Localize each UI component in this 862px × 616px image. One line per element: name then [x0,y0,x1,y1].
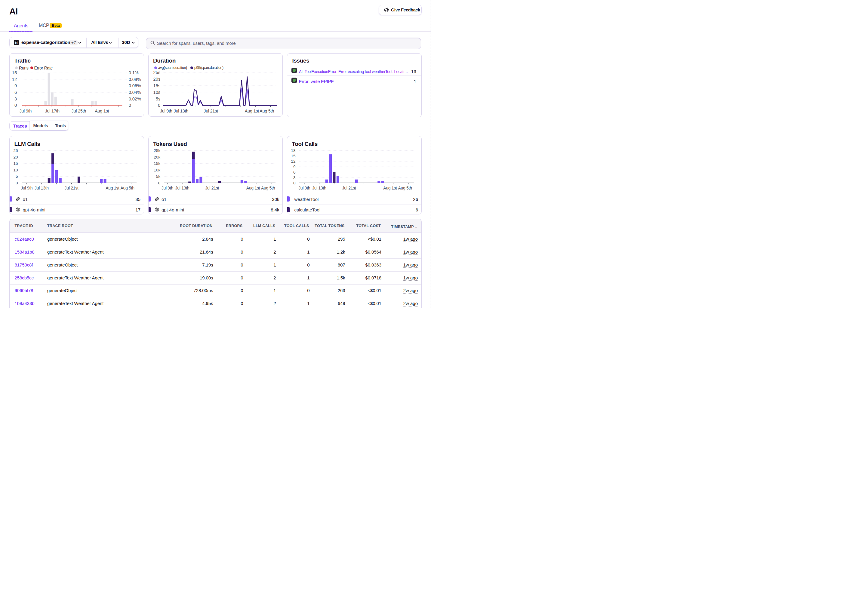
svg-text:0: 0 [129,103,131,108]
svg-text:Jul 13th: Jul 13th [312,185,327,190]
svg-text:Jul 21st: Jul 21st [204,108,218,113]
svg-text:0.1%: 0.1% [129,71,139,75]
svg-text:12: 12 [291,159,295,163]
svg-text:0: 0 [158,103,160,108]
svg-text:0.04%: 0.04% [129,90,141,95]
svg-text:Aug 5th: Aug 5th [120,185,134,190]
svg-text:Jul 9th: Jul 9th [19,108,31,113]
svg-text:0.02%: 0.02% [129,97,141,101]
svg-text:10s: 10s [153,90,160,95]
svg-text:15: 15 [12,71,17,75]
svg-text:Jul 13th: Jul 13th [175,185,189,190]
svg-text:6: 6 [293,170,296,174]
svg-text:20s: 20s [153,77,160,82]
svg-text:Jul 17th: Jul 17th [45,108,60,113]
svg-text:Aug 1st: Aug 1st [246,185,260,190]
svg-text:9: 9 [14,83,17,88]
svg-text:15s: 15s [153,83,160,88]
svg-text:Aug 1st: Aug 1st [105,185,119,190]
svg-text:Jul 9th: Jul 9th [21,185,33,190]
svg-text:10: 10 [13,168,18,172]
svg-text:5: 5 [16,174,18,179]
svg-text:Aug 5th: Aug 5th [259,108,274,113]
svg-text:Jul 9th: Jul 9th [298,185,310,190]
svg-text:0.06%: 0.06% [129,83,141,88]
svg-text:Jul 13th: Jul 13th [35,185,49,190]
svg-text:3: 3 [293,175,296,180]
svg-text:Aug 1st: Aug 1st [95,108,109,113]
svg-text:0.08%: 0.08% [129,77,141,82]
svg-text:Jul 21st: Jul 21st [65,185,79,190]
svg-text:Jul 9th: Jul 9th [160,108,172,113]
svg-text:Aug 1st: Aug 1st [245,108,259,113]
svg-text:Jul 13th: Jul 13th [174,108,188,113]
svg-text:Jul 21st: Jul 21st [205,185,219,190]
svg-text:6: 6 [14,90,17,95]
svg-text:5s: 5s [155,97,160,101]
svg-text:15: 15 [13,161,18,166]
svg-text:3: 3 [14,97,17,101]
svg-text:20: 20 [13,155,18,159]
svg-text:25: 25 [13,148,18,153]
svg-text:0: 0 [293,181,296,185]
svg-text:20k: 20k [154,155,160,159]
svg-text:0: 0 [158,181,160,185]
svg-text:0: 0 [14,103,17,108]
svg-text:Jul 25th: Jul 25th [72,108,86,113]
svg-text:18: 18 [291,148,295,153]
svg-text:25s: 25s [153,70,160,75]
svg-text:15: 15 [291,154,295,158]
svg-text:Aug 5th: Aug 5th [261,185,275,190]
svg-text:10k: 10k [154,168,160,172]
svg-text:5k: 5k [156,174,160,179]
svg-text:25k: 25k [154,148,160,153]
svg-text:Jul 9th: Jul 9th [161,185,173,190]
svg-text:0: 0 [16,181,18,185]
svg-text:Aug 5th: Aug 5th [398,185,412,190]
svg-text:12: 12 [12,77,17,82]
svg-text:15k: 15k [154,161,160,166]
svg-text:9: 9 [293,165,296,169]
svg-text:Aug 1st: Aug 1st [383,185,397,190]
svg-text:Jul 21st: Jul 21st [342,185,356,190]
